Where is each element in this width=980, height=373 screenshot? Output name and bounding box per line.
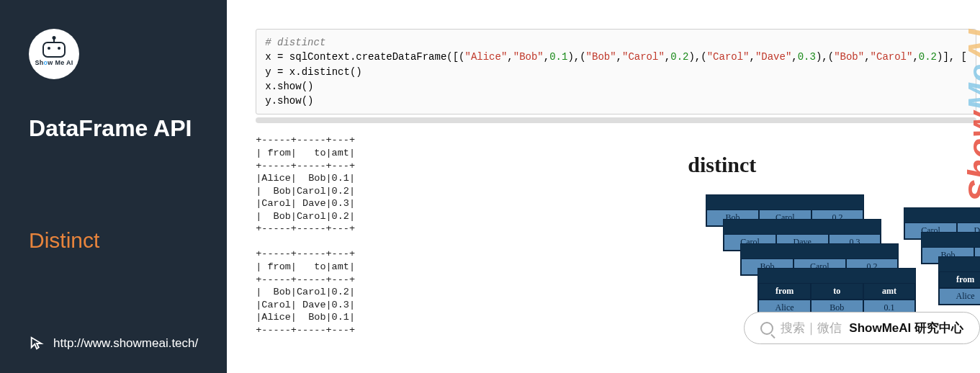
code-block: # distinct x = sqlContext.createDataFram… <box>256 29 976 114</box>
page-title: DataFrame API <box>29 115 198 142</box>
data-card: fromtoamtAliceBob0.1 <box>758 268 916 317</box>
code-line-2: x = sqlContext.createDataFrame([("Alice"… <box>265 50 967 64</box>
page: Show Me AI DataFrame API Distinct http:/… <box>0 0 980 373</box>
search-brand: ShowMeAI 研究中心 <box>849 320 963 336</box>
code-line-3: y = x.distinct() <box>265 65 967 79</box>
code-line-5: y.show() <box>265 94 967 108</box>
diagram-title: distinct <box>688 153 756 177</box>
search-pill[interactable]: 搜索｜微信 ShowMeAI 研究中心 <box>744 312 980 344</box>
page-subtitle: Distinct <box>29 228 198 253</box>
data-card: fromtoamtAliceBob0.1 <box>938 256 980 305</box>
search-icon <box>760 322 773 335</box>
url-row: http://www.showmeai.tech/ <box>29 336 198 351</box>
cursor-icon <box>29 336 45 351</box>
main-content: # distinct x = sqlContext.createDataFram… <box>227 0 980 373</box>
horizontal-scrollbar[interactable] <box>256 117 976 123</box>
logo: Show Me AI <box>29 29 79 79</box>
search-hint: 搜索｜微信 <box>781 320 842 336</box>
sidebar: Show Me AI DataFrame API Distinct http:/… <box>0 0 227 373</box>
code-comment: # distinct <box>265 37 325 48</box>
url-text: http://www.showmeai.tech/ <box>53 336 198 351</box>
code-line-4: x.show() <box>265 79 967 94</box>
logo-text: Show Me AI <box>35 59 73 66</box>
robot-icon <box>42 42 66 58</box>
logo-inner: Show Me AI <box>35 42 73 66</box>
